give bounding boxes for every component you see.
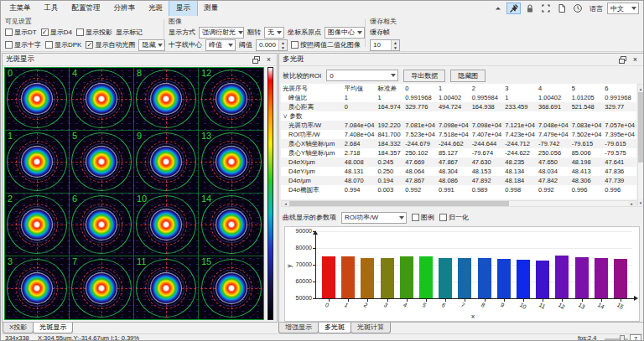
column-header[interactable]: 平均值 [343,84,377,93]
bar-spot-2[interactable] [361,258,374,298]
spot-cell-5[interactable]: 5 [70,131,134,194]
table-row[interactable]: D4σ/µm48.0700.19447.86748.08647.89248.18… [281,176,636,185]
tab-光斑显示[interactable]: 光斑显示 [33,323,73,333]
checkbox-box[interactable] [291,41,299,49]
tab-X投影[interactable]: X投影 [3,323,34,333]
roi-power-bar-chart[interactable]: y x 500006000070000800009000001234567891… [284,226,640,322]
spot-cell-0[interactable]: 0 [5,68,70,131]
marker-select[interactable]: 隐藏 [138,39,165,51]
origin-select[interactable]: 图像中心 [325,27,365,39]
checkbox-显示D4[interactable]: ✓显示D4 [41,28,72,37]
tab-多光斑[interactable]: 多光斑 [318,323,351,333]
scroll-down-icon[interactable]: ▾ [638,199,643,206]
checkbox-显示自动光圈[interactable]: ✓显示自动光圈 [86,40,135,49]
table-row[interactable]: D4σ椭圆率0.9940.0030.9920.9910.9890.9980.99… [281,185,636,194]
cache-frames-spinner[interactable]: 10 ▲▼ [370,39,400,51]
scroll-left-icon[interactable]: ◂ [282,201,289,206]
table-row[interactable]: 峰值比110.9919681.004020.99598411.004021.01… [281,93,636,102]
checkbox-显示投影[interactable]: 显示投影 [76,28,112,37]
column-header[interactable]: 4 [537,84,570,93]
bar-spot-3[interactable] [381,258,394,298]
spot-cell-11[interactable]: 11 [134,256,199,319]
checkbox-box[interactable] [76,28,84,36]
bar-spot-8[interactable] [478,258,491,298]
spot-cell-12[interactable]: 12 [199,68,263,131]
checkbox-box[interactable]: ✓ [86,41,93,49]
spot-cell-8[interactable]: 8 [134,68,199,131]
bar-spot-12[interactable] [555,256,569,298]
group-row-parameters[interactable]: ∨ 参数 [281,111,636,121]
spot-cell-1[interactable]: 1 [5,131,70,194]
float-panel-icon[interactable] [618,55,627,65]
horizontal-scrollbar[interactable]: ◂ ▸ [281,200,636,207]
column-header[interactable]: 2 [470,84,504,93]
bar-spot-1[interactable] [341,256,355,298]
bar-spot-13[interactable] [575,257,589,298]
close-icon[interactable]: × [264,55,273,65]
checkbox-显示DPK[interactable]: 显示DPK [45,40,81,49]
checkbox-显示十字[interactable]: 显示十字 [5,40,41,49]
bar-spot-14[interactable] [595,258,608,298]
tab-增强显示[interactable]: 增强显示 [278,323,319,333]
curve-param-select[interactable]: ROI功率/W [341,212,407,224]
spot-cell-14[interactable]: 14 [199,194,263,256]
checkbox-box[interactable] [412,214,419,221]
spot-cell-10[interactable]: 10 [134,194,199,256]
bar-spot-6[interactable] [439,258,452,298]
column-header[interactable]: 5 [570,84,604,93]
history-clock-icon[interactable] [570,3,584,14]
hide-chart-button[interactable]: 隐藏图 [450,70,486,82]
menu-item-5[interactable]: 光斑 [142,1,169,16]
tab-光斑计算[interactable]: 光斑计算 [351,323,391,333]
checkbox-按照阈值二值化图像[interactable]: 按照阈值二值化图像 [291,40,361,49]
vertical-scrollbar[interactable]: ▴ ▾ [637,84,644,207]
bar-spot-15[interactable] [614,259,627,298]
export-data-button[interactable]: 导出数据 [403,70,445,82]
checkbox-box[interactable] [5,41,13,49]
roi-select[interactable]: 0 [326,70,398,81]
save-report-icon[interactable] [554,3,569,14]
spinner-arrows[interactable]: ▲▼ [278,40,287,50]
float-panel-icon[interactable] [252,55,261,65]
bar-spot-7[interactable] [458,258,471,298]
bar-spot-5[interactable] [419,256,433,298]
display-mode-select[interactable]: 强调衍射光 [199,27,244,39]
column-header[interactable]: 3 [503,84,537,93]
spot-cell-3[interactable]: 3 [5,256,70,319]
language-select[interactable]: 中文 [607,3,639,14]
bar-spot-4[interactable] [400,256,413,298]
menu-item-2[interactable]: 工具 [38,1,65,16]
checkbox-显示DT[interactable]: 显示DT [5,28,37,37]
pin-icon[interactable] [506,3,521,14]
menu-item-1[interactable]: 主菜单 [3,1,38,16]
cross-center-select[interactable]: 峰值 [205,39,236,51]
column-header[interactable]: 光斑序号 [281,84,343,93]
spot-cell-4[interactable]: 4 [70,68,134,131]
table-row[interactable]: D4σY/µm48.1310.25048.06448.30448.15348.1… [281,167,636,176]
scroll-thumb[interactable] [638,92,643,163]
table-row[interactable]: 光斑功率/W7.084e+04192.2207.081e+047.098e+04… [281,121,636,130]
spot-cell-7[interactable]: 7 [70,256,134,319]
scroll-thumb[interactable] [289,201,509,206]
checkbox-box[interactable]: ✓ [41,28,49,36]
table-row[interactable]: 质心Y轴坐标/µm2.718184.357250.10285.127-79.67… [281,148,636,158]
scroll-up-icon[interactable]: ▴ [638,85,643,92]
menu-item-7[interactable]: 测量 [197,1,225,16]
column-header[interactable]: 标准差 [376,84,403,93]
flip-select[interactable]: 无 [264,27,284,39]
spinner-arrows[interactable]: ▲▼ [391,40,399,50]
checkbox-box[interactable] [439,214,447,221]
fps-slider-thumb[interactable] [620,335,625,341]
table-row[interactable]: 质心X轴坐标/µm2.684184.332-244.679-244.662-24… [281,139,636,148]
table-row[interactable]: 质心距离0164.974329.776494.724164.938233.459… [281,102,636,111]
bar-spot-9[interactable] [497,259,511,298]
spot-cell-9[interactable]: 9 [134,131,199,194]
threshold-spinner[interactable]: 0.000 ▲▼ [256,39,288,51]
checkbox-图例[interactable]: 图例 [412,213,434,222]
table-row[interactable]: ROI功率/W7.408e+04841.7007.523e+047.518e+0… [281,130,636,139]
bar-spot-0[interactable] [322,256,335,298]
table-row[interactable]: D4σX/µm48.0080.24547.66947.86747.63048.2… [281,158,636,167]
menu-item-4[interactable]: 分辨率 [107,1,143,16]
menu-item-3[interactable]: 配置管理 [65,1,107,16]
checkbox-归一化[interactable]: 归一化 [439,213,469,222]
